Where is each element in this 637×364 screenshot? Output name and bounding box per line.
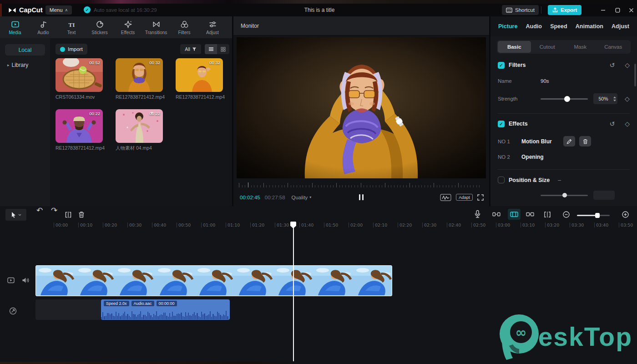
export-button[interactable]: Export (548, 5, 581, 15)
select-tool-button[interactable] (5, 209, 26, 221)
ruler-label: 00:40 (152, 222, 166, 228)
keyframe-icon[interactable]: ◇ (625, 120, 630, 127)
video-track-icon[interactable] (7, 277, 15, 283)
desktop-edge-top (0, 0, 637, 4)
cropped-slider[interactable] (541, 195, 588, 196)
media-thumbnail-racket[interactable]: 00:52 (56, 58, 103, 92)
svg-text:TI: TI (68, 21, 75, 28)
shortcut-button[interactable]: Shortcut (502, 5, 539, 15)
pause-button[interactable] (359, 194, 364, 200)
media-thumbnail-scarf[interactable]: 00:32 (116, 58, 163, 92)
subtab-basic[interactable]: Basic (498, 41, 531, 53)
edit-effect-button[interactable] (563, 136, 575, 147)
cropped-value-box[interactable] (593, 191, 615, 200)
export-label: Export (561, 7, 577, 13)
playhead[interactable] (293, 222, 294, 361)
keyframe-icon[interactable]: ◇ (625, 95, 630, 102)
record-voiceover-icon[interactable] (474, 210, 481, 219)
inspector-scrollbar[interactable] (634, 64, 636, 86)
ribbon-tab-text[interactable]: TIText (57, 20, 86, 35)
media-filename: 人物素材 04.mp4 (116, 145, 174, 152)
zoom-out-icon[interactable] (562, 211, 570, 218)
audio-track-icon[interactable] (9, 307, 17, 315)
preview-quality-icon[interactable] (440, 194, 451, 201)
fullscreen-icon[interactable] (477, 194, 484, 201)
adapt-button[interactable]: Adapt (456, 194, 473, 201)
reset-icon[interactable]: ↺ (609, 120, 615, 127)
linked-clips-icon[interactable] (526, 211, 534, 217)
menu-button[interactable]: Menu ∧ (46, 5, 72, 15)
ribbon-tab-media[interactable]: Media (1, 20, 29, 35)
ribbon-tab-stickers[interactable]: Stickers (86, 20, 114, 35)
inspector-tab-audio[interactable]: Audio (526, 23, 542, 30)
zoom-in-icon[interactable] (622, 211, 629, 218)
audio-clip[interactable]: Speed 2.0x Audio.aac 00:00:00 (101, 299, 230, 320)
media-item[interactable]: 00:32 RE127838721412.mp4 (116, 58, 176, 109)
quality-dropdown[interactable]: Quality ▾ (292, 195, 312, 200)
video-clip[interactable] (35, 265, 392, 296)
close-button[interactable] (626, 5, 636, 15)
media-item[interactable]: 00:22 人物素材 04.mp4 (116, 109, 176, 160)
filter-name-value: 90s (541, 78, 549, 84)
ribbon-tab-adjust[interactable]: Adjust (198, 20, 227, 35)
filters-checkbox[interactable]: ✓ (498, 62, 505, 69)
filter-all-button[interactable]: All (180, 44, 201, 54)
position-size-checkbox[interactable]: ✓ (498, 177, 505, 183)
inspector-tab-picture[interactable]: Picture (498, 23, 517, 30)
timeline-zoom-thumb[interactable] (595, 213, 600, 218)
media-item[interactable]: 00:32 RE127838721412.mp4 (176, 58, 236, 109)
subtab-cutout[interactable]: Cutout (531, 41, 564, 53)
strength-stepper[interactable] (613, 96, 616, 101)
delete-icon[interactable] (78, 211, 85, 218)
media-thumbnail-dancer[interactable]: 00:22 (116, 109, 163, 143)
mute-track-icon[interactable] (22, 277, 29, 283)
minimize-button[interactable] (598, 5, 608, 15)
ribbon-tab-transitions[interactable]: Transitions (142, 20, 170, 35)
sidebar-item-local[interactable]: Local (5, 44, 45, 56)
effects-checkbox[interactable]: ✓ (498, 121, 505, 127)
sidebar-item-library[interactable]: ▸ Library (7, 62, 28, 68)
inspector-tab-speed[interactable]: Speed (550, 23, 567, 30)
cropped-slider-thumb[interactable] (562, 193, 567, 197)
monitor-header: Monitor (233, 16, 489, 35)
clip-frame-thumbnail (155, 266, 195, 295)
strength-value-box[interactable]: 50% (593, 93, 617, 104)
timeline-zoom-slider[interactable] (577, 215, 610, 216)
preview-viewport[interactable] (237, 37, 486, 178)
maximize-button[interactable] (612, 5, 622, 15)
ribbon-tab-filters[interactable]: Filters (170, 20, 198, 35)
media-thumbnail-yellow[interactable]: 00:32 (176, 58, 223, 92)
duration-badge: 00:22 (89, 111, 100, 116)
media-thumbnail-purple-man[interactable]: 00:22 (56, 109, 103, 143)
list-view-button[interactable] (205, 44, 217, 54)
effects-icon (124, 20, 132, 29)
ruler-label: 01:50 (324, 222, 338, 228)
import-button[interactable]: Import (56, 44, 87, 55)
keyframe-icon[interactable]: ◇ (625, 61, 630, 69)
autosave-text: Auto save local at 16:30:29 (94, 7, 157, 13)
ribbon-tab-effects[interactable]: Effects (114, 20, 142, 35)
timeline-ruler[interactable]: 00:0000:1000:2000:3000:4000:5001:0001:10… (0, 222, 637, 230)
ribbon-tab-audio[interactable]: Audio (29, 20, 57, 35)
ruler-label: 00:20 (103, 222, 117, 228)
strength-slider-thumb[interactable] (564, 96, 570, 102)
inspector-tab-adjust[interactable]: Adjust (612, 23, 629, 30)
media-item[interactable]: 00:22 RE127838721412.mp4 (56, 109, 116, 160)
autosave-check-icon: ✓ (84, 6, 91, 13)
subtab-canvas[interactable]: Canvas (597, 41, 630, 53)
subtab-mask[interactable]: Mask (564, 41, 597, 53)
reset-icon[interactable]: ↺ (609, 61, 615, 69)
current-time: 00:02:45 (240, 195, 260, 200)
auto-linking-icon[interactable] (508, 209, 521, 220)
strength-slider[interactable] (541, 98, 588, 100)
grid-view-button[interactable] (217, 44, 229, 54)
media-item[interactable]: 00:52 CRST061334.mov (56, 58, 116, 109)
collapse-icon[interactable]: – (558, 177, 561, 183)
delete-effect-button[interactable] (579, 136, 591, 147)
audio-speed-badge: Speed 2.0x (104, 301, 129, 306)
ripple-edit-icon[interactable] (543, 211, 551, 218)
monitor-scrubber[interactable] (239, 181, 484, 187)
split-icon[interactable] (65, 211, 72, 218)
inspector-tab-animation[interactable]: Animation (576, 23, 603, 30)
magnetic-snap-icon[interactable] (492, 211, 500, 217)
